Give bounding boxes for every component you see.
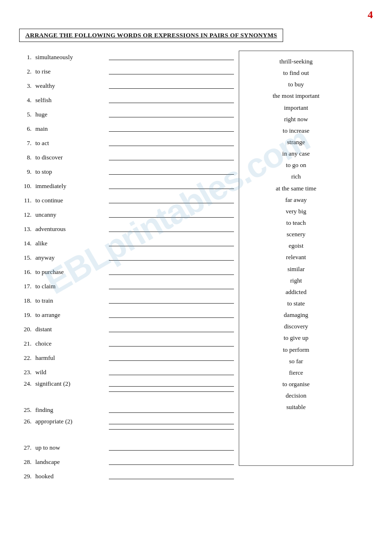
word-label: to discover bbox=[33, 154, 105, 161]
word-item: 29.hooked bbox=[19, 470, 234, 480]
word-number: 3. bbox=[19, 82, 33, 90]
answer-line bbox=[109, 412, 234, 413]
answer-line bbox=[109, 260, 234, 261]
answer-line bbox=[109, 346, 234, 347]
answer-line bbox=[109, 189, 234, 189]
word-item: 1.simultaneously bbox=[19, 51, 234, 61]
synonym-item: to teach bbox=[239, 217, 353, 229]
word-label: to stop bbox=[33, 168, 105, 176]
word-number: 16. bbox=[19, 268, 33, 276]
word-number: 6. bbox=[19, 125, 33, 133]
answer-line bbox=[109, 131, 234, 132]
word-item: 6.main bbox=[19, 122, 234, 133]
word-label: simultaneously bbox=[33, 53, 105, 61]
word-number: 14. bbox=[19, 240, 33, 247]
synonym-item: to increase bbox=[239, 125, 353, 137]
word-number: 19. bbox=[19, 311, 33, 319]
word-number: 28. bbox=[19, 458, 33, 466]
answer-line bbox=[109, 203, 234, 203]
word-label: to claim bbox=[33, 283, 105, 290]
synonym-item: to go on bbox=[239, 159, 353, 171]
answer-line bbox=[109, 303, 234, 304]
word-label: to rise bbox=[33, 68, 105, 75]
word-label: adventurous bbox=[33, 225, 105, 233]
synonym-item: strange bbox=[239, 137, 353, 148]
answer-line bbox=[109, 117, 234, 117]
word-item: 15.anyway bbox=[19, 251, 234, 262]
word-item: 27.up to now bbox=[19, 441, 234, 452]
word-item: 3.wealthy bbox=[19, 79, 234, 90]
word-label: choice bbox=[33, 340, 105, 347]
word-label: wealthy bbox=[33, 82, 105, 90]
word-label: selfish bbox=[33, 96, 105, 104]
word-item: 14.alike bbox=[19, 237, 234, 247]
word-label: harmful bbox=[33, 354, 105, 362]
word-label: finding bbox=[33, 406, 105, 414]
left-column: 1.simultaneously2.to rise3.wealthy4.self… bbox=[19, 51, 239, 484]
word-item: 24.significant (2) bbox=[19, 380, 234, 393]
word-item: 22.harmful bbox=[19, 351, 234, 362]
word-number: 1. bbox=[19, 53, 33, 61]
synonym-item: to perform bbox=[239, 344, 353, 356]
synonym-item: discovery bbox=[239, 321, 353, 332]
word-label: landscape bbox=[33, 458, 105, 466]
word-label: immediately bbox=[33, 182, 105, 190]
word-label: distant bbox=[33, 326, 105, 333]
answer-line bbox=[109, 332, 234, 332]
title-box: ARRANGE THE FOLLOWING WORDS OR EXPRESSIO… bbox=[19, 29, 283, 42]
word-item: 19.to arrange bbox=[19, 308, 234, 319]
synonym-item: to give up bbox=[239, 332, 353, 344]
synonym-item: very big bbox=[239, 206, 353, 217]
word-number: 15. bbox=[19, 254, 33, 262]
right-column: thrill-seekingto find outto buythe most … bbox=[239, 51, 353, 466]
synonym-item: fierce bbox=[239, 367, 353, 379]
answer-line bbox=[109, 360, 234, 361]
synonym-item: decision bbox=[239, 390, 353, 401]
synonym-item: to organise bbox=[239, 379, 353, 390]
word-number: 25. bbox=[19, 406, 33, 414]
answer-line bbox=[109, 386, 234, 387]
word-number: 26. bbox=[19, 418, 33, 425]
answer-line bbox=[109, 450, 234, 451]
word-item: 20.distant bbox=[19, 323, 234, 333]
word-label: main bbox=[33, 125, 105, 133]
word-item: 28.landscape bbox=[19, 455, 234, 466]
word-label: to arrange bbox=[33, 311, 105, 319]
word-number: 20. bbox=[19, 326, 33, 333]
answer-line bbox=[109, 232, 234, 232]
word-number: 22. bbox=[19, 354, 33, 362]
word-item: 2.to rise bbox=[19, 65, 234, 75]
word-label: appropriate (2) bbox=[33, 418, 105, 425]
word-label: to purchase bbox=[33, 268, 105, 276]
word-item: 25.finding bbox=[19, 403, 234, 414]
word-item: 4.selfish bbox=[19, 94, 234, 104]
synonym-item: rich bbox=[239, 171, 353, 182]
answer-line bbox=[109, 289, 234, 289]
answer-line bbox=[109, 74, 234, 74]
answer-line bbox=[109, 88, 234, 89]
word-label: wild bbox=[33, 368, 105, 376]
answer-line bbox=[109, 464, 234, 465]
word-number: 23. bbox=[19, 368, 33, 376]
synonym-item: to find out bbox=[239, 67, 353, 79]
synonym-item: thrill-seeking bbox=[239, 56, 353, 67]
word-item: 10.immediately bbox=[19, 179, 234, 190]
word-item: 26.appropriate (2) bbox=[19, 418, 234, 431]
synonym-item: so far bbox=[239, 356, 353, 367]
answer-line bbox=[109, 146, 234, 146]
answer-line bbox=[109, 479, 234, 479]
word-label: uncanny bbox=[33, 211, 105, 219]
synonym-item: the most important bbox=[239, 90, 353, 102]
word-item: 17.to claim bbox=[19, 280, 234, 290]
word-item: 12.uncanny bbox=[19, 208, 234, 219]
word-number: 8. bbox=[19, 154, 33, 161]
word-number: 5. bbox=[19, 111, 33, 118]
word-label: to continue bbox=[33, 197, 105, 204]
word-number: 13. bbox=[19, 225, 33, 233]
answer-line bbox=[109, 174, 234, 175]
word-item: 5.huge bbox=[19, 108, 234, 118]
answer-line-2 bbox=[109, 429, 234, 430]
word-label: up to now bbox=[33, 444, 105, 452]
word-number: 11. bbox=[19, 197, 33, 204]
word-item: 7.to act bbox=[19, 137, 234, 147]
